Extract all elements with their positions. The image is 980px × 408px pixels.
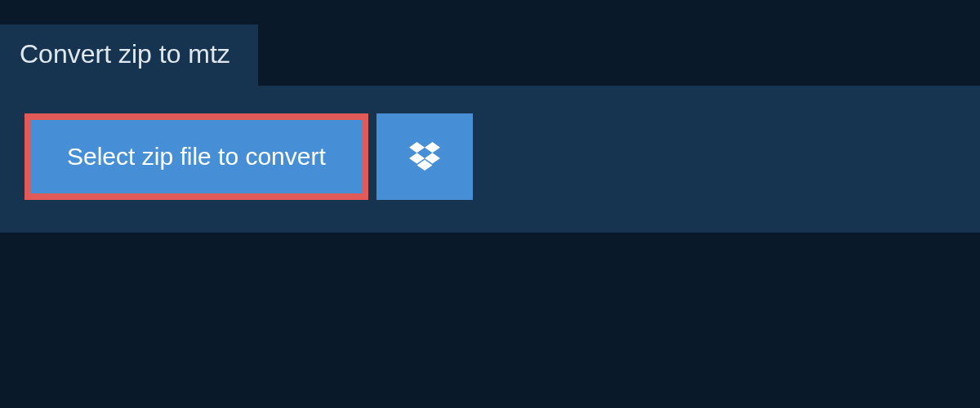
content-panel: Select zip file to convert	[0, 86, 980, 233]
button-row: Select zip file to convert	[24, 113, 956, 200]
page-title: Convert zip to mtz	[20, 39, 230, 69]
select-file-button[interactable]: Select zip file to convert	[24, 113, 368, 200]
dropbox-icon	[409, 142, 440, 171]
select-file-label: Select zip file to convert	[67, 143, 326, 171]
page-title-tab: Convert zip to mtz	[0, 24, 258, 86]
dropbox-button[interactable]	[376, 113, 473, 200]
